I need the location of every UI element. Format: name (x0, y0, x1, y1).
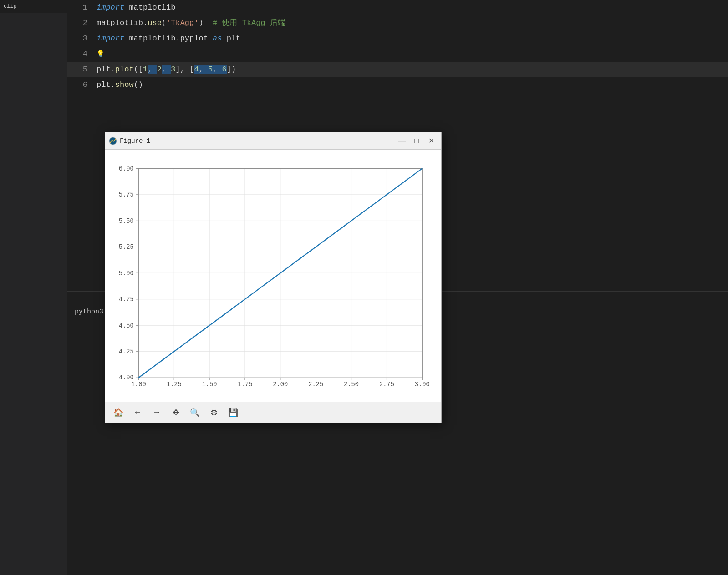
code-token: 💡 (97, 50, 104, 58)
svg-text:2.00: 2.00 (273, 381, 288, 388)
svg-text:4.75: 4.75 (119, 296, 134, 303)
sidebar-tab-label: clip (4, 3, 17, 10)
figure-title-text: Figure 1 (120, 137, 150, 145)
forward-button[interactable]: → (149, 405, 164, 420)
line-number-1: 1 (67, 0, 95, 15)
minimize-button[interactable]: — (396, 136, 408, 146)
svg-text:2.75: 2.75 (379, 381, 394, 388)
code-token: , (148, 65, 157, 74)
line-content-3: import matplotlib.pyplot as plt (95, 31, 728, 46)
code-token: . (143, 19, 148, 27)
code-line-5: 5plt.plot([1, 2, 3], [4, 5, 6]) (67, 62, 728, 77)
svg-text:4.25: 4.25 (119, 348, 134, 355)
home-button[interactable]: 🏠 (111, 405, 126, 420)
code-token: plt (97, 65, 111, 74)
line-content-1: import matplotlib (95, 0, 728, 15)
line-content-5: plt.plot([1, 2, 3], [4, 5, 6]) (95, 62, 728, 77)
svg-text:2.50: 2.50 (344, 381, 359, 388)
line-number-6: 6 (67, 77, 95, 93)
svg-text:3.00: 3.00 (415, 381, 430, 388)
code-token: , (199, 65, 208, 74)
code-token: 4 (194, 65, 199, 74)
code-token: import (97, 3, 124, 12)
sidebar: clip (0, 0, 67, 575)
code-token: plot (115, 65, 134, 74)
figure-toolbar: 🏠 ← → ✥ 🔍 ⚙ 💾 (105, 402, 441, 423)
line-content-6: plt.show() (95, 77, 728, 93)
back-button[interactable]: ← (130, 405, 145, 420)
line-number-4: 4 (67, 46, 95, 62)
code-token: 1 (143, 65, 148, 74)
code-token: () (134, 81, 143, 89)
chart-area: 6.00 5.75 5.50 5.25 5.00 4.75 4.50 4.25 … (105, 150, 441, 402)
code-line-2: 2matplotlib.use('TkAgg') # 使用 TkAgg 后端 (67, 15, 728, 31)
code-line-6: 6plt.show() (67, 77, 728, 93)
figure-titlebar: Figure 1 — □ ✕ (105, 132, 441, 150)
code-token: ]) (227, 65, 236, 74)
svg-text:1.00: 1.00 (131, 381, 146, 388)
code-token: # 使用 TkAgg 后端 (213, 19, 285, 27)
code-line-4: 4💡 (67, 46, 728, 62)
code-token: ) (199, 19, 213, 27)
line-number-2: 2 (67, 15, 95, 31)
code-token: 2 (157, 65, 162, 74)
maximize-button[interactable]: □ (410, 136, 423, 146)
svg-text:1.75: 1.75 (238, 381, 253, 388)
code-line-3: 3import matplotlib.pyplot as plt (67, 31, 728, 46)
code-token: 'TkAgg' (166, 19, 199, 27)
svg-text:5.75: 5.75 (119, 192, 134, 198)
code-token: 3 (171, 65, 175, 74)
code-token: , (213, 65, 222, 74)
code-line-1: 1import matplotlib (67, 0, 728, 15)
line-content-4: 💡 (95, 46, 728, 62)
svg-text:4.50: 4.50 (119, 322, 134, 329)
code-token: matplotlib (97, 19, 143, 27)
svg-text:2.25: 2.25 (308, 381, 323, 388)
svg-text:1.50: 1.50 (202, 381, 217, 388)
code-area: 1import matplotlib2matplotlib.use('TkAgg… (67, 0, 728, 93)
line-number-3: 3 (67, 31, 95, 46)
code-token: . (111, 65, 115, 74)
svg-text:5.50: 5.50 (119, 218, 134, 225)
code-token: import (97, 34, 124, 43)
code-token: use (148, 19, 162, 27)
svg-text:1.25: 1.25 (167, 381, 182, 388)
code-token: plt (222, 34, 240, 43)
code-token: ], [ (175, 65, 194, 74)
close-button[interactable]: ✕ (425, 136, 438, 146)
line-number-5: 5 (67, 62, 95, 77)
chart-svg: 6.00 5.75 5.50 5.25 5.00 4.75 4.50 4.25 … (110, 159, 437, 397)
figure-controls: — □ ✕ (396, 136, 438, 146)
code-token: plt (97, 81, 111, 89)
matplotlib-icon (109, 137, 117, 145)
figure-title-left: Figure 1 (109, 137, 150, 145)
svg-text:5.25: 5.25 (119, 244, 134, 251)
svg-text:4.00: 4.00 (119, 374, 134, 381)
line-content-2: matplotlib.use('TkAgg') # 使用 TkAgg 后端 (95, 15, 728, 31)
zoom-button[interactable]: 🔍 (187, 405, 203, 420)
config-button[interactable]: ⚙ (206, 405, 222, 420)
code-token: 5 (208, 65, 213, 74)
code-token: ([ (134, 65, 143, 74)
code-token: , (162, 65, 171, 74)
code-token: matplotlib (124, 3, 175, 12)
code-token: . (111, 81, 115, 89)
code-token: matplotlib.pyplot (124, 34, 213, 43)
code-token: ( (162, 19, 166, 27)
figure-window: Figure 1 — □ ✕ (105, 132, 442, 423)
svg-text:5.00: 5.00 (119, 270, 134, 277)
pan-button[interactable]: ✥ (168, 405, 183, 420)
sidebar-tab-clip[interactable]: clip (0, 0, 67, 13)
save-button[interactable]: 💾 (225, 405, 241, 420)
code-token: show (115, 81, 134, 89)
svg-text:6.00: 6.00 (119, 166, 134, 172)
code-token: as (213, 34, 222, 43)
code-token: 6 (222, 65, 226, 74)
